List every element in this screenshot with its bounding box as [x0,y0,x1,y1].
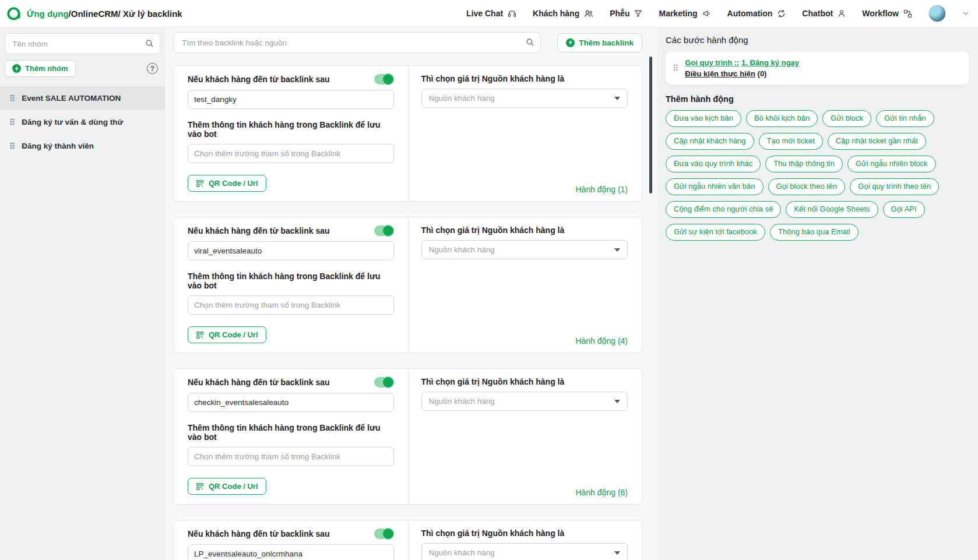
qr-code-url-button[interactable]: QR Code / Url [188,175,266,192]
process-name-link[interactable]: 1. Đăng ký ngay [741,58,799,67]
backlink-name-input[interactable] [188,241,394,260]
action-pill-gui-block[interactable]: Gửi block [822,110,871,127]
drag-handle-icon[interactable] [673,64,678,72]
action-step-card[interactable]: Gọi quy trình :: 1. Đăng ký ngay Điều ki… [666,52,969,84]
if-backlink-label: Nếu khách hàng đến từ backlink sau [188,378,330,387]
action-pill-gui-su-kien-facebook[interactable]: Gửi sự kiện tới facebook [666,224,765,241]
qr-button-label: QR Code / Url [209,482,258,491]
caret-down-icon [614,248,620,252]
backlink-name-input[interactable] [188,90,394,109]
action-pill-cap-nhat-ticket-gan-nhat[interactable]: Cập nhật ticket gần nhất [828,133,926,150]
nav-automation-label: Automation [727,9,773,18]
backlink-card-condition: Nếu khách hàng đến từ backlink sau Thêm … [174,66,408,201]
top-navigation: Live Chat Khách hàng Phễu Marketing [466,5,970,22]
scrollbar-thumb[interactable] [649,57,652,193]
app-window: Ứng dụng/OnlineCRM/ Xử lý backlink Live … [0,0,978,560]
backlink-toggle[interactable] [374,529,394,539]
qr-code-url-button[interactable]: QR Code / Url [188,478,266,495]
action-pill-goi-block-theo-ten[interactable]: Gọi block theo tên [768,178,846,195]
help-icon[interactable] [147,63,158,74]
backlink-toggle[interactable] [374,377,394,388]
caret-down-icon [614,551,620,555]
action-pill-tao-moi-ticket[interactable]: Tạo mới ticket [759,133,823,150]
condition-link[interactable]: Điều kiện thực hiện [685,69,755,78]
extra-params-input[interactable] [188,447,394,466]
action-pill-bo-khoi-kich-ban[interactable]: Bỏ khỏi kịch bản [746,110,818,127]
backlink-name-input[interactable] [188,544,394,560]
source-select-placeholder: Nguồn khách hàng [429,94,495,103]
if-backlink-label: Nếu khách hàng đến từ backlink sau [188,529,330,538]
if-backlink-label: Nếu khách hàng đến từ backlink sau [188,226,330,235]
chevron-down-icon[interactable] [962,9,970,17]
action-pill-goi-api[interactable]: Gọi API [883,201,925,218]
source-select[interactable]: Nguồn khách hàng [421,543,628,560]
group-item-label: Đăng ký thành viên [22,142,94,150]
add-backlink-button[interactable]: Thêm backlink [557,33,642,52]
actions-link[interactable]: Hành động (4) [575,336,628,346]
source-select[interactable]: Nguồn khách hàng [421,89,628,108]
extra-info-label: Thêm thông tin khách hàng trong Backlink… [188,272,394,290]
drag-handle-icon[interactable] [9,118,15,126]
add-backlink-label: Thêm backlink [579,38,634,47]
qr-code-url-button[interactable]: QR Code / Url [188,326,266,343]
action-pill-thong-bao-email[interactable]: Thông báo qua Email [770,224,859,241]
action-pill-cong-diem-chia-se[interactable]: Cộng điểm cho người chia sẻ [666,201,781,218]
extra-info-label: Thêm thông tin khách hàng trong Backlink… [188,423,394,442]
backlink-card-result: Thì chọn giá trị Nguồn khách hàng là Ngu… [408,520,642,560]
group-item-label: Event SALE AUTOMATION [22,94,121,103]
page-body: Thêm nhóm Event SALE AUTOMATION Đăng ký … [0,27,978,560]
sidebar-item-dang-ky-tu-van[interactable]: Đăng ký tư vấn & dùng thử [0,110,165,134]
extra-params-input[interactable] [188,295,394,315]
nav-customers[interactable]: Khách hàng [533,9,594,19]
search-icon[interactable] [145,38,154,48]
drag-handle-icon[interactable] [9,94,15,103]
nav-marketing[interactable]: Marketing [659,9,711,18]
process-call-link[interactable]: Gọi quy trình :: [685,58,739,67]
action-pill-gui-ngau-nhien-block[interactable]: Gửi ngẫu nhiên block [847,156,936,172]
extra-params-input[interactable] [188,144,394,163]
nav-funnel-label: Phễu [610,9,629,18]
nav-customers-label: Khách hàng [533,9,579,18]
group-sidebar: Thêm nhóm Event SALE AUTOMATION Đăng ký … [0,27,165,560]
backlink-card-condition: Nếu khách hàng đến từ backlink sau Thêm … [174,369,408,504]
group-search-input[interactable] [5,33,160,54]
action-pill-dua-vao-quy-trinh-khac[interactable]: Đưa vào quy trình khác [666,156,761,172]
add-group-button[interactable]: Thêm nhóm [5,60,76,77]
actions-link[interactable]: Hành động (6) [575,488,628,497]
backlink-main: Thêm backlink Nếu khách hàng đến từ back… [165,27,657,560]
nav-funnel[interactable]: Phễu [610,9,643,18]
action-pill-gui-tin-nhan[interactable]: Gửi tin nhắn [876,110,934,127]
backlink-toggle[interactable] [374,74,394,84]
actions-link[interactable]: Hành động (1) [575,185,628,194]
action-pill-gui-ngau-nhien-van-ban[interactable]: Gửi ngẫu nhiên văn bản [666,178,764,195]
people-icon [583,9,594,19]
source-select[interactable]: Nguồn khách hàng [421,240,628,259]
extra-info-label: Thêm thông tin khách hàng trong Backlink… [188,120,394,139]
backlink-search [173,32,541,53]
backlink-card-condition: Nếu khách hàng đến từ backlink sau Thêm … [174,217,408,353]
drag-handle-icon[interactable] [9,142,15,150]
source-select-placeholder: Nguồn khách hàng [429,548,495,557]
source-select[interactable]: Nguồn khách hàng [421,392,628,411]
sidebar-item-event-sale-automation[interactable]: Event SALE AUTOMATION [0,86,165,110]
add-action-title: Thêm hành động [666,94,969,104]
nav-workflow[interactable]: Workflow [862,9,913,19]
backlink-card-condition: Nếu khách hàng đến từ backlink sau Thêm … [174,520,408,560]
nav-automation[interactable]: Automation [727,9,787,19]
breadcrumb-app[interactable]: Ứng dụng [27,9,69,19]
backlink-card: Nếu khách hàng đến từ backlink sau Thêm … [173,368,642,505]
sidebar-item-dang-ky-thanh-vien[interactable]: Đăng ký thành viên [0,134,165,158]
user-avatar[interactable] [928,5,946,22]
action-pill-dua-vao-kich-ban[interactable]: Đưa vào kịch bản [666,110,741,127]
nav-live-chat[interactable]: Live Chat [466,9,517,19]
search-icon[interactable] [525,37,535,47]
action-pill-thu-thap-thong-tin[interactable]: Thu thập thông tin [765,156,843,172]
action-pill-goi-quy-trinh-theo-ten[interactable]: Gọi quy trình theo tên [850,178,939,195]
action-pill-ket-noi-google-sheets[interactable]: Kết nối Google Sheets [786,201,878,218]
nav-chatbot[interactable]: Chatbot [802,9,846,18]
backlink-toggle[interactable] [374,226,394,236]
action-pill-cap-nhat-khach-hang[interactable]: Cập nhật khách hàng [666,133,754,150]
backlink-name-input[interactable] [188,393,394,412]
backlink-card-result: Thì chọn giá trị Nguồn khách hàng là Ngu… [408,217,642,353]
backlink-search-input[interactable] [173,32,541,53]
